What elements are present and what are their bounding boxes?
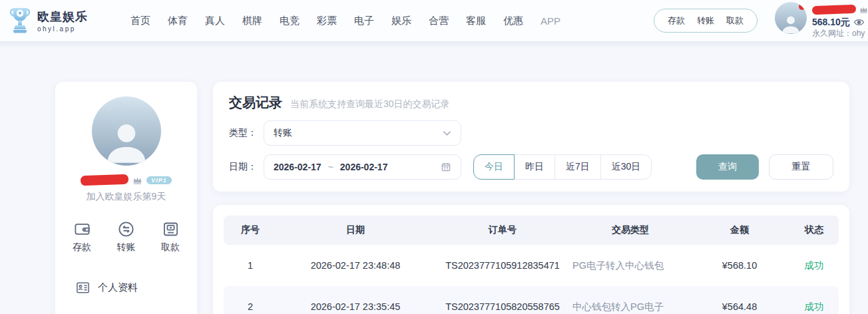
table-row: 2 2026-02-17 23:35:45 TS2023777105820558… — [224, 286, 839, 314]
cell-date: 2026-02-17 23:35:45 — [277, 301, 434, 312]
header-date: 日期 — [277, 224, 434, 236]
permanent-url-text: 永久网址：ohy — [812, 29, 865, 38]
notification-dot — [799, 3, 805, 10]
quick-action-label: 取款 — [161, 241, 180, 253]
header-index: 序号 — [224, 224, 277, 236]
header-status: 状态 — [789, 224, 839, 236]
nav-item-promo[interactable]: 优惠 — [503, 15, 523, 27]
sidebar-quick-actions: 存款 转账 取款 — [55, 220, 197, 253]
date-to-value: 2026-02-17 — [340, 162, 388, 172]
page-subtitle: 当前系统支持查询最近30日的交易记录 — [290, 98, 450, 110]
cell-type: PG电子转入中心钱包 — [571, 259, 690, 272]
transfer-pill-button[interactable]: 转账 — [697, 15, 714, 27]
range-7days-button[interactable]: 近7日 — [554, 154, 601, 180]
vip-badge: VIP1 — [146, 176, 172, 184]
selected-type-value: 转账 — [274, 127, 443, 139]
chevron-down-icon — [443, 130, 451, 136]
quick-range-group: 今日 昨日 近7日 近30日 — [473, 154, 652, 180]
table-header-row: 序号 日期 订单号 交易类型 金额 状态 — [224, 216, 839, 245]
navbar-shadow — [0, 41, 868, 48]
trophy-logo-icon — [8, 6, 32, 35]
nav-item-affiliate[interactable]: 合营 — [429, 15, 449, 27]
calendar-icon — [441, 162, 451, 172]
brand-name: 欧皇娱乐 — [37, 9, 88, 25]
main-nav: 首页 体育 真人 棋牌 电竞 彩票 电子 娱乐 合营 客服 优惠 APP — [130, 15, 560, 27]
join-days-text: 加入欧皇娱乐第9天 — [55, 191, 197, 203]
cell-amount: ¥564.48 — [690, 301, 789, 312]
reset-button[interactable]: 重置 — [769, 154, 833, 180]
balance-amount: 568.10元 — [812, 17, 850, 28]
withdraw-icon — [162, 220, 180, 238]
brand-domain: ohyl.app — [37, 25, 88, 33]
transaction-table-card: 序号 日期 订单号 交易类型 金额 状态 1 2026-02-17 23:48:… — [213, 205, 849, 314]
redacted-username — [81, 174, 128, 186]
deposit-pill-button[interactable]: 存款 — [668, 15, 685, 27]
sidebar-deposit-action[interactable]: 存款 — [73, 220, 91, 253]
range-yesterday-button[interactable]: 昨日 — [514, 154, 555, 180]
profile-sidebar: VIP1 加入欧皇娱乐第9天 存款 — [55, 82, 197, 314]
transaction-filter-card: 交易记录 当前系统支持查询最近30日的交易记录 类型： 转账 日期： 2026-… — [213, 82, 849, 192]
cell-date: 2026-02-17 23:48:48 — [277, 260, 434, 271]
transaction-type-select[interactable]: 转账 — [264, 120, 461, 146]
user-account-chip[interactable]: VIP1 568.10元 永久网址：ohy — [775, 2, 868, 39]
date-separator: ~ — [328, 162, 333, 172]
sidebar-transfer-action[interactable]: 转账 — [117, 220, 136, 253]
nav-item-lottery[interactable]: 彩票 — [317, 15, 337, 27]
crown-icon — [859, 6, 868, 13]
status-badge: 成功 — [789, 301, 839, 313]
id-card-icon — [75, 280, 91, 295]
range-30days-button[interactable]: 近30日 — [600, 154, 652, 180]
sidebar-menu: 个人资料 VIP特权 — [55, 279, 197, 314]
transfer-icon — [117, 220, 135, 238]
cell-index: 1 — [224, 260, 277, 271]
quick-action-label: 存款 — [73, 241, 91, 253]
cell-order-no: TS2023777105820558765 — [434, 301, 571, 312]
avatar — [775, 2, 807, 34]
nav-item-home[interactable]: 首页 — [130, 15, 150, 27]
top-navbar: 欧皇娱乐 ohyl.app 首页 体育 真人 棋牌 电竞 彩票 电子 娱乐 合营… — [0, 0, 868, 41]
page-title: 交易记录 — [229, 94, 282, 112]
header-type: 交易类型 — [571, 224, 690, 236]
quick-action-label: 转账 — [117, 241, 136, 253]
eye-icon[interactable] — [853, 18, 865, 27]
sidebar-withdraw-action[interactable]: 取款 — [161, 220, 180, 253]
cell-index: 2 — [224, 301, 277, 312]
nav-item-esports[interactable]: 电竞 — [280, 15, 300, 27]
date-from-value: 2026-02-17 — [274, 162, 322, 172]
cell-order-no: TS2023777105912835471 — [434, 260, 571, 271]
table-row: 1 2026-02-17 23:48:48 TS2023777105912835… — [224, 245, 839, 286]
sidebar-item-profile[interactable]: 个人资料 — [55, 279, 197, 296]
wallet-icon — [73, 220, 91, 238]
status-badge: 成功 — [789, 259, 839, 272]
date-range-input[interactable]: 2026-02-17 ~ 2026-02-17 — [264, 154, 461, 180]
nav-item-live[interactable]: 真人 — [205, 15, 225, 27]
nav-item-entertainment[interactable]: 娱乐 — [391, 15, 411, 27]
nav-item-sports[interactable]: 体育 — [168, 15, 188, 27]
brand-logo[interactable]: 欧皇娱乐 ohyl.app — [8, 6, 88, 35]
nav-item-service[interactable]: 客服 — [466, 15, 486, 27]
wallet-pill-group: 存款 转账 取款 — [654, 9, 758, 33]
date-label: 日期： — [229, 161, 264, 173]
nav-item-slots[interactable]: 电子 — [354, 15, 374, 27]
range-today-button[interactable]: 今日 — [473, 154, 515, 180]
withdraw-pill-button[interactable]: 取款 — [726, 15, 744, 27]
type-label: 类型： — [229, 127, 264, 139]
sidebar-item-label: 个人资料 — [98, 281, 138, 294]
redacted-username — [812, 5, 856, 15]
query-button[interactable]: 查询 — [696, 154, 759, 180]
crown-icon — [132, 176, 142, 184]
nav-item-board[interactable]: 棋牌 — [242, 15, 262, 27]
header-order-no: 订单号 — [434, 224, 571, 236]
nav-item-app[interactable]: APP — [541, 15, 560, 27]
avatar — [92, 96, 161, 166]
header-amount: 金额 — [690, 224, 789, 236]
cell-type: 中心钱包转入PG电子 — [571, 301, 690, 313]
cell-amount: ¥568.10 — [690, 260, 789, 271]
